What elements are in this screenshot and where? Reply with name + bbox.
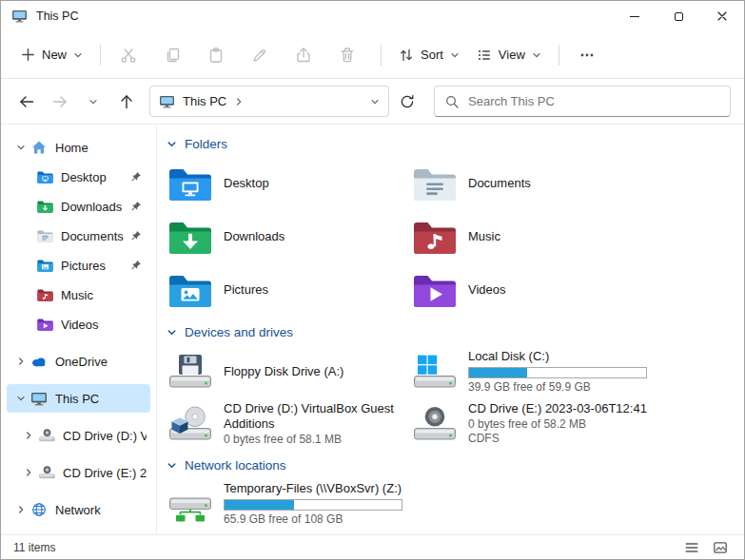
chevron-down-icon	[532, 50, 541, 60]
tile-music[interactable]: Music	[411, 210, 656, 263]
tile-documents[interactable]: Documents	[411, 157, 656, 210]
cut-button[interactable]	[109, 38, 147, 72]
chevron-right-icon[interactable]	[20, 468, 37, 477]
chevron-down-icon[interactable]	[12, 394, 29, 403]
sidebar-item-label: CD Drive (E:) 202	[63, 466, 147, 480]
address-dropdown-icon[interactable]	[370, 97, 380, 106]
minimize-button[interactable]	[613, 1, 657, 31]
sidebar-item-this-pc[interactable]: This PC	[7, 384, 150, 413]
tile-text: Videos	[468, 282, 506, 298]
tile-text: Floppy Disk Drive (A:)	[224, 364, 343, 379]
maximize-button[interactable]	[657, 1, 700, 31]
search-icon	[444, 94, 460, 109]
more-options-button[interactable]	[568, 38, 606, 72]
share-icon	[295, 47, 312, 64]
section-header[interactable]: Network locations	[167, 454, 744, 476]
documents-folder-icon	[35, 229, 54, 242]
chevron-down-icon[interactable]	[167, 327, 177, 338]
rename-button[interactable]	[241, 38, 279, 72]
desktop-folder-icon	[168, 165, 212, 202]
toolbar-separator	[559, 45, 559, 66]
refresh-button[interactable]	[391, 86, 422, 117]
sidebar-item-cd-drive-d-virt[interactable]: CD Drive (D:) Virt	[7, 421, 150, 450]
disk-usage-bar	[224, 499, 402, 511]
tile-desktop[interactable]: Desktop	[167, 157, 411, 210]
back-button[interactable]	[10, 86, 42, 117]
sidebar-item-downloads[interactable]: Downloads	[7, 192, 150, 221]
tile-temporary-files-vboxsvr-z[interactable]: Temporary-Files (\\VBoxSvr) (Z:)65.9 GB …	[167, 478, 411, 531]
sidebar-item-label: Music	[61, 288, 93, 302]
close-button[interactable]	[700, 1, 744, 31]
share-button[interactable]	[284, 38, 323, 72]
caption-buttons	[613, 1, 744, 31]
tile-cd-drive-d-virtualbox-guest-additions[interactable]: CD Drive (D:) VirtualBox Guest Additions…	[167, 398, 411, 450]
downloads-folder-icon	[35, 200, 54, 213]
sort-button[interactable]: Sort	[390, 38, 468, 72]
recent-locations-button[interactable]	[77, 86, 108, 117]
chevron-right-icon[interactable]	[12, 505, 29, 514]
sidebar-item-cd-drive-e-202[interactable]: CD Drive (E:) 202	[7, 458, 150, 487]
tile-floppy-disk-drive-a[interactable]: Floppy Disk Drive (A:)	[167, 345, 411, 398]
breadcrumb-this-pc[interactable]: This PC	[183, 94, 226, 108]
chevron-down-icon	[73, 50, 83, 60]
tile-cd-drive-e-2023-03-06t12-41[interactable]: CD Drive (E:) 2023-03-06T12:410 bytes fr…	[411, 398, 656, 450]
tile-downloads[interactable]: Downloads	[167, 210, 411, 263]
sidebar-item-network[interactable]: Network	[7, 495, 150, 524]
tile-local-disk-c[interactable]: Local Disk (C:)39.9 GB free of 59.9 GB	[411, 345, 656, 398]
item-detail: 39.9 GB free of 59.9 GB	[468, 380, 647, 396]
pin-icon	[130, 171, 147, 183]
sidebar-item-onedrive[interactable]: OneDrive	[7, 347, 150, 376]
chevron-down-icon[interactable]	[167, 460, 177, 471]
item-detail: CDFS	[468, 432, 647, 447]
sidebar-item-label: Desktop	[61, 170, 107, 184]
large-icons-view-button[interactable]	[709, 538, 732, 557]
item-detail: 0 bytes free of 58.2 MB	[468, 417, 647, 433]
view-button[interactable]: View	[468, 38, 550, 72]
back-icon	[18, 93, 35, 110]
details-view-icon	[684, 540, 699, 555]
network-icon	[29, 502, 49, 517]
sidebar-item-label: Videos	[61, 318, 99, 332]
floppy-drive-icon	[168, 354, 212, 390]
address-bar[interactable]: This PC	[149, 86, 389, 117]
sidebar-item-music[interactable]: Music	[7, 280, 150, 309]
copy-icon	[164, 47, 181, 64]
delete-button[interactable]	[328, 38, 366, 72]
chevron-down-icon[interactable]	[12, 143, 29, 152]
copy-button[interactable]	[153, 38, 191, 72]
section-header[interactable]: Folders	[167, 132, 744, 155]
chevron-right-icon[interactable]	[234, 97, 244, 106]
sidebar-item-home[interactable]: Home	[7, 133, 150, 162]
chevron-down-icon[interactable]	[167, 139, 177, 149]
sort-button-label: Sort	[421, 48, 443, 62]
tile-grid: DesktopDocumentsDownloadsMusicPicturesVi…	[167, 157, 744, 317]
paste-button[interactable]	[197, 38, 235, 72]
file-explorer-window: This PC New Sort View	[0, 0, 745, 560]
sidebar-item-documents[interactable]: Documents	[7, 222, 150, 250]
section-title: Folders	[185, 137, 227, 151]
sidebar-item-desktop[interactable]: Desktop	[7, 163, 150, 191]
tile-pictures[interactable]: Pictures	[167, 263, 411, 317]
videos-folder-icon	[35, 318, 54, 331]
search-input[interactable]	[468, 94, 720, 108]
sidebar-item-videos[interactable]: Videos	[7, 310, 150, 338]
details-view-button[interactable]	[680, 538, 703, 557]
cd-drive-icon	[413, 406, 457, 442]
sidebar-item-pictures[interactable]: Pictures	[7, 251, 150, 280]
item-name: Documents	[468, 176, 531, 191]
tile-text: CD Drive (D:) VirtualBox Guest Additions…	[224, 401, 403, 447]
chevron-right-icon[interactable]	[20, 431, 37, 440]
new-button[interactable]: New	[12, 38, 91, 72]
minimize-icon	[630, 16, 639, 17]
chevron-right-icon[interactable]	[12, 357, 29, 366]
tile-text: Desktop	[224, 176, 269, 191]
tile-videos[interactable]: Videos	[411, 263, 656, 317]
forward-button[interactable]	[44, 86, 75, 117]
sidebar-item-label: Network	[55, 503, 101, 517]
this-pc-icon	[159, 95, 175, 108]
sidebar-item-label: Documents	[61, 229, 124, 243]
up-button[interactable]	[110, 86, 142, 117]
content-pane: FoldersDesktopDocumentsDownloadsMusicPic…	[156, 125, 744, 534]
rename-icon	[251, 47, 268, 64]
section-header[interactable]: Devices and drives	[167, 320, 744, 343]
